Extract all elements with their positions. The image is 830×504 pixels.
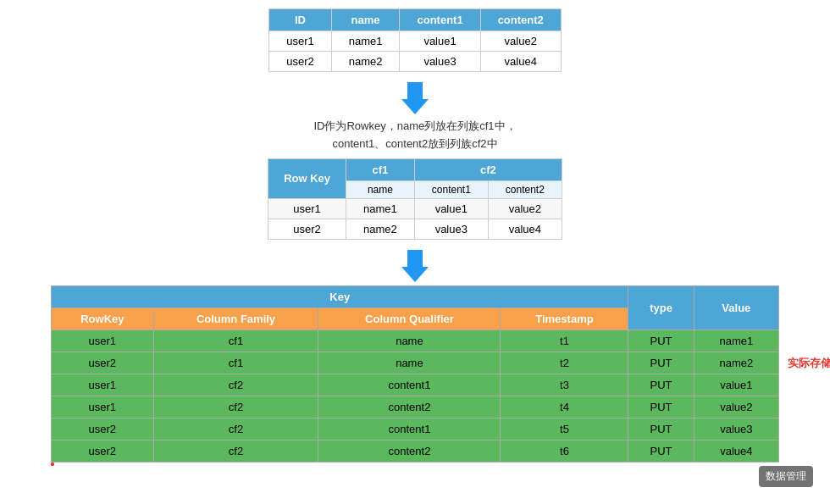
kv-table: KeytypeValueRowKeyColumn FamilyColumn Qu…	[51, 285, 779, 462]
note-line2: content1、content2放到列族cf2中	[332, 137, 497, 150]
watermark: 数据管理	[759, 466, 813, 487]
top-table: IDnamecontent1content2 user1name1value1v…	[268, 8, 562, 72]
kv-section: KeytypeValueRowKeyColumn FamilyColumn Qu…	[51, 285, 779, 462]
arrow-1	[401, 82, 429, 114]
note-line1: ID作为Rowkey，name列放在列族cf1中，	[313, 119, 516, 132]
note-text: ID作为Rowkey，name列放在列族cf1中， content1、conte…	[313, 118, 516, 153]
side-label: 实际存储内容	[788, 356, 830, 371]
arrow-2	[401, 250, 429, 282]
hbase-table: Row Keycf1cf2namecontent1content2user1na…	[268, 158, 562, 240]
main-container: IDnamecontent1content2 user1name1value1v…	[0, 0, 830, 471]
